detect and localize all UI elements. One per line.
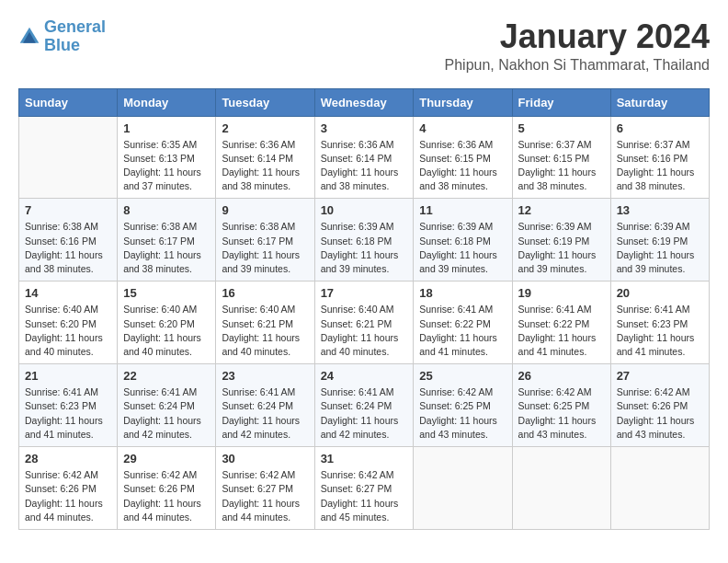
- calendar-cell: 28Sunrise: 6:42 AMSunset: 6:26 PMDayligh…: [19, 447, 118, 530]
- day-number: 23: [222, 369, 308, 383]
- day-number: 31: [321, 452, 408, 465]
- calendar-week-3: 14Sunrise: 6:40 AMSunset: 6:20 PMDayligh…: [19, 282, 710, 364]
- day-info: Sunrise: 6:42 AMSunset: 6:26 PMDaylight:…: [617, 385, 703, 442]
- weekday-header-monday: Monday: [118, 88, 216, 116]
- day-info: Sunrise: 6:39 AMSunset: 6:19 PMDaylight:…: [518, 220, 605, 276]
- day-info: Sunrise: 6:37 AMSunset: 6:15 PMDaylight:…: [518, 138, 605, 194]
- day-number: 7: [25, 203, 111, 217]
- calendar-cell: 29Sunrise: 6:42 AMSunset: 6:26 PMDayligh…: [118, 447, 216, 530]
- day-number: 2: [222, 121, 308, 135]
- weekday-header-thursday: Thursday: [414, 88, 512, 116]
- day-number: 24: [321, 369, 408, 383]
- day-info: Sunrise: 6:40 AMSunset: 6:20 PMDaylight:…: [123, 303, 210, 359]
- calendar-cell: 5Sunrise: 6:37 AMSunset: 6:15 PMDaylight…: [512, 116, 610, 199]
- calendar-cell: 16Sunrise: 6:40 AMSunset: 6:21 PMDayligh…: [216, 282, 314, 364]
- calendar-cell: 3Sunrise: 6:36 AMSunset: 6:14 PMDaylight…: [314, 116, 414, 199]
- calendar-cell: 4Sunrise: 6:36 AMSunset: 6:15 PMDaylight…: [414, 116, 512, 199]
- day-info: Sunrise: 6:39 AMSunset: 6:19 PMDaylight:…: [617, 220, 703, 276]
- calendar-cell: 6Sunrise: 6:37 AMSunset: 6:16 PMDaylight…: [610, 116, 709, 199]
- logo-line2: Blue: [44, 36, 80, 54]
- day-number: 13: [617, 203, 703, 217]
- day-info: Sunrise: 6:41 AMSunset: 6:22 PMDaylight:…: [419, 303, 506, 359]
- calendar-cell: 10Sunrise: 6:39 AMSunset: 6:18 PMDayligh…: [314, 199, 414, 282]
- day-info: Sunrise: 6:38 AMSunset: 6:16 PMDaylight:…: [25, 220, 111, 276]
- day-number: 15: [123, 286, 210, 300]
- day-number: 25: [419, 369, 506, 383]
- day-number: 28: [25, 452, 111, 465]
- day-info: Sunrise: 6:39 AMSunset: 6:18 PMDaylight:…: [419, 220, 506, 276]
- logo-line1: General: [44, 17, 106, 36]
- calendar-cell: 21Sunrise: 6:41 AMSunset: 6:23 PMDayligh…: [19, 364, 118, 447]
- day-number: 17: [321, 286, 408, 300]
- calendar-cell: 26Sunrise: 6:42 AMSunset: 6:25 PMDayligh…: [512, 364, 610, 447]
- day-info: Sunrise: 6:38 AMSunset: 6:17 PMDaylight:…: [222, 220, 308, 276]
- calendar-cell: [512, 447, 610, 530]
- day-number: 4: [419, 121, 506, 135]
- calendar-cell: 14Sunrise: 6:40 AMSunset: 6:20 PMDayligh…: [19, 282, 118, 364]
- calendar-cell: 15Sunrise: 6:40 AMSunset: 6:20 PMDayligh…: [118, 282, 216, 364]
- day-info: Sunrise: 6:42 AMSunset: 6:26 PMDaylight:…: [25, 468, 111, 524]
- title-block: January 2024 Phipun, Nakhon Si Thammarat…: [445, 18, 710, 74]
- calendar-week-1: 1Sunrise: 6:35 AMSunset: 6:13 PMDaylight…: [19, 116, 710, 199]
- calendar-body: 1Sunrise: 6:35 AMSunset: 6:13 PMDaylight…: [19, 116, 710, 529]
- day-number: 16: [222, 286, 308, 300]
- month-title: January 2024: [445, 18, 710, 55]
- calendar-cell: 18Sunrise: 6:41 AMSunset: 6:22 PMDayligh…: [414, 282, 512, 364]
- calendar-week-5: 28Sunrise: 6:42 AMSunset: 6:26 PMDayligh…: [19, 447, 710, 530]
- day-number: 10: [321, 203, 408, 217]
- calendar-cell: 24Sunrise: 6:41 AMSunset: 6:24 PMDayligh…: [314, 364, 414, 447]
- day-info: Sunrise: 6:38 AMSunset: 6:17 PMDaylight:…: [123, 220, 210, 276]
- day-number: 1: [123, 121, 210, 135]
- day-info: Sunrise: 6:42 AMSunset: 6:27 PMDaylight:…: [321, 468, 408, 524]
- calendar-cell: 25Sunrise: 6:42 AMSunset: 6:25 PMDayligh…: [414, 364, 512, 447]
- day-info: Sunrise: 6:42 AMSunset: 6:25 PMDaylight:…: [419, 385, 506, 442]
- day-info: Sunrise: 6:36 AMSunset: 6:14 PMDaylight:…: [222, 138, 308, 194]
- day-info: Sunrise: 6:40 AMSunset: 6:21 PMDaylight:…: [321, 303, 408, 359]
- day-number: 19: [518, 286, 605, 300]
- calendar-cell: 8Sunrise: 6:38 AMSunset: 6:17 PMDaylight…: [118, 199, 216, 282]
- logo-text: General Blue: [44, 18, 106, 55]
- day-info: Sunrise: 6:40 AMSunset: 6:21 PMDaylight:…: [222, 303, 308, 359]
- day-number: 8: [123, 203, 210, 217]
- weekday-header-friday: Friday: [512, 88, 610, 116]
- day-info: Sunrise: 6:41 AMSunset: 6:24 PMDaylight:…: [321, 385, 408, 442]
- calendar-cell: [610, 447, 709, 530]
- day-number: 5: [518, 121, 605, 135]
- day-info: Sunrise: 6:41 AMSunset: 6:23 PMDaylight:…: [25, 385, 111, 442]
- day-info: Sunrise: 6:41 AMSunset: 6:24 PMDaylight:…: [222, 385, 308, 442]
- logo: General Blue: [18, 18, 106, 55]
- page-header: General Blue January 2024 Phipun, Nakhon…: [18, 18, 710, 74]
- day-info: Sunrise: 6:36 AMSunset: 6:15 PMDaylight:…: [419, 138, 506, 194]
- calendar-cell: 9Sunrise: 6:38 AMSunset: 6:17 PMDaylight…: [216, 199, 314, 282]
- calendar-cell: 19Sunrise: 6:41 AMSunset: 6:22 PMDayligh…: [512, 282, 610, 364]
- calendar-week-2: 7Sunrise: 6:38 AMSunset: 6:16 PMDaylight…: [19, 199, 710, 282]
- calendar-header: SundayMondayTuesdayWednesdayThursdayFrid…: [19, 88, 710, 116]
- day-number: 27: [617, 369, 703, 383]
- weekday-header-sunday: Sunday: [19, 88, 118, 116]
- calendar-cell: [19, 116, 118, 199]
- logo-icon: [18, 26, 40, 48]
- day-info: Sunrise: 6:41 AMSunset: 6:23 PMDaylight:…: [617, 303, 703, 359]
- calendar-cell: 11Sunrise: 6:39 AMSunset: 6:18 PMDayligh…: [414, 199, 512, 282]
- calendar-cell: 1Sunrise: 6:35 AMSunset: 6:13 PMDaylight…: [118, 116, 216, 199]
- day-number: 9: [222, 203, 308, 217]
- day-number: 18: [419, 286, 506, 300]
- day-info: Sunrise: 6:40 AMSunset: 6:20 PMDaylight:…: [25, 303, 111, 359]
- day-info: Sunrise: 6:42 AMSunset: 6:25 PMDaylight:…: [518, 385, 605, 442]
- calendar-cell: 20Sunrise: 6:41 AMSunset: 6:23 PMDayligh…: [610, 282, 709, 364]
- day-number: 11: [419, 203, 506, 217]
- weekday-header-wednesday: Wednesday: [314, 88, 414, 116]
- weekday-header-saturday: Saturday: [610, 88, 709, 116]
- day-info: Sunrise: 6:41 AMSunset: 6:22 PMDaylight:…: [518, 303, 605, 359]
- day-info: Sunrise: 6:41 AMSunset: 6:24 PMDaylight:…: [123, 385, 210, 442]
- day-number: 20: [617, 286, 703, 300]
- location-subtitle: Phipun, Nakhon Si Thammarat, Thailand: [445, 57, 710, 74]
- calendar-cell: 17Sunrise: 6:40 AMSunset: 6:21 PMDayligh…: [314, 282, 414, 364]
- calendar-table: SundayMondayTuesdayWednesdayThursdayFrid…: [18, 88, 710, 530]
- calendar-cell: 27Sunrise: 6:42 AMSunset: 6:26 PMDayligh…: [610, 364, 709, 447]
- calendar-cell: 13Sunrise: 6:39 AMSunset: 6:19 PMDayligh…: [610, 199, 709, 282]
- weekday-header-row: SundayMondayTuesdayWednesdayThursdayFrid…: [19, 88, 710, 116]
- calendar-cell: 30Sunrise: 6:42 AMSunset: 6:27 PMDayligh…: [216, 447, 314, 530]
- day-info: Sunrise: 6:42 AMSunset: 6:26 PMDaylight:…: [123, 468, 210, 524]
- day-number: 14: [25, 286, 111, 300]
